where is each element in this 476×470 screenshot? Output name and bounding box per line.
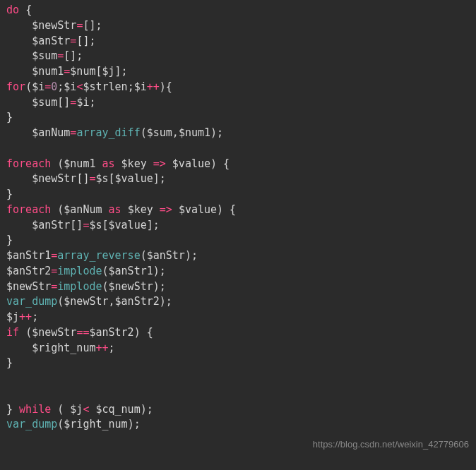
- code-line: }: [0, 234, 13, 246]
- code-line: var_dump($right_num);: [0, 418, 141, 430]
- code-line: $num1=$num[$j];: [0, 65, 128, 78]
- code-line: }: [0, 356, 13, 369]
- code-line: $anStr=[];: [0, 35, 95, 47]
- code-line: $newStr=[];: [0, 19, 102, 32]
- code-line: }: [0, 188, 13, 200]
- code-line: do {: [0, 4, 32, 16]
- code-line: foreach ($anNum as $key => $value) {: [0, 203, 236, 216]
- code-line: $sum=[];: [0, 49, 83, 62]
- code-line: $anStr1=array_reverse($anStr);: [0, 249, 198, 262]
- code-line: if ($newStr==$anStr2) {: [0, 326, 153, 339]
- code-line: $right_num++;: [0, 342, 115, 354]
- code-line: foreach ($num1 as $key => $value) {: [0, 157, 230, 170]
- code-line: $sum[]=$i;: [0, 96, 95, 109]
- code-block: do { $newStr=[]; $anStr=[]; $sum=[]; $nu…: [0, 0, 476, 433]
- code-line: for($i=0;$i<$strlen;$i++){: [0, 80, 172, 93]
- code-line: $newStr[]=$s[$value];: [0, 172, 166, 185]
- code-line: }: [0, 111, 13, 123]
- watermark-text: https://blog.csdn.net/weixin_42779606: [313, 438, 469, 452]
- code-line: $anStr[]=$s[$value];: [0, 219, 160, 231]
- code-line: var_dump($newStr,$anStr2);: [0, 295, 172, 308]
- code-line: $j++;: [0, 311, 38, 323]
- code-line: $newStr=implode($newStr);: [0, 280, 166, 293]
- code-line: } while ( $j< $cq_num);: [0, 403, 153, 416]
- code-line: $anStr2=implode($anStr1);: [0, 265, 166, 277]
- code-line: $anNum=array_diff($sum,$num1);: [0, 126, 223, 139]
